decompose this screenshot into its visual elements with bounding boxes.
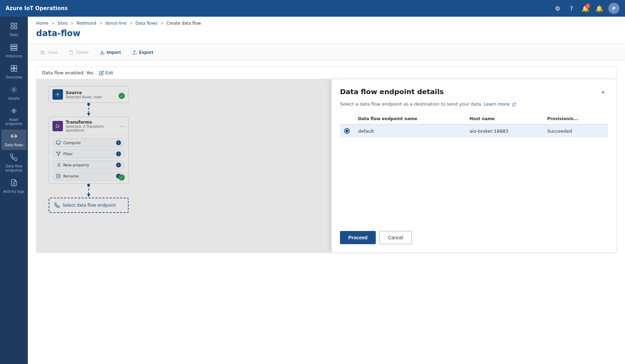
instances-icon <box>10 43 18 53</box>
activity-logs-icon <box>10 179 18 188</box>
proceed-button[interactable]: Proceed <box>340 231 376 244</box>
export-label: Export <box>139 50 153 55</box>
import-label: Import <box>107 50 121 55</box>
sidebar-label-overview: Overview <box>6 75 22 80</box>
svg-rect-4 <box>11 44 17 46</box>
notification-badge: 1 <box>585 3 590 8</box>
breadcrumb-donut-line[interactable]: donut-line <box>105 21 127 26</box>
svg-rect-5 <box>11 47 17 48</box>
breadcrumb-current: Create data flow <box>167 21 201 26</box>
notifications-icon[interactable]: 🔔 1 <box>579 2 592 15</box>
breadcrumb-sites[interactable]: Sites <box>57 21 67 26</box>
modal-desc-text: Select a data flow endpoint as a destina… <box>340 101 482 107</box>
help-icon[interactable]: ? <box>565 2 578 15</box>
sidebar-item-activity-logs[interactable]: Activity logs <box>1 176 26 197</box>
svg-rect-2 <box>15 27 17 29</box>
svg-rect-7 <box>11 66 14 68</box>
page-title: data-flow <box>28 27 625 44</box>
sidebar-item-overview[interactable]: Overview <box>1 62 26 82</box>
sidebar-label-asset-endpoints: Asset endpoints <box>3 118 25 126</box>
sidebar-label-instances: Instances <box>6 54 22 58</box>
save-button[interactable]: Save <box>36 48 62 57</box>
modal-close-button[interactable]: × <box>598 88 608 97</box>
svg-rect-10 <box>14 69 17 71</box>
sidebar-item-instances[interactable]: Instances <box>1 41 26 61</box>
sidebar-label-sites: Sites <box>10 33 18 37</box>
col-name: Data flow endpoint name <box>354 114 465 124</box>
settings-icon[interactable]: ⚙ <box>551 2 564 15</box>
sidebar-item-asset-endpoints[interactable]: Asset endpoints <box>1 104 26 129</box>
svg-rect-0 <box>11 23 13 25</box>
breadcrumb: Home > Sites > Redmond > donut-line > Da… <box>28 17 625 27</box>
breadcrumb-home[interactable]: Home <box>36 21 48 26</box>
topnav-icons: ⚙ ? 🔔 1 🔔 P <box>551 2 619 15</box>
user-avatar[interactable]: P <box>608 3 619 14</box>
flow-canvas: Source Selected Asset: oven ⋯ ✓ ▼ <box>36 79 617 253</box>
edit-label: Edit <box>105 70 113 75</box>
sidebar-item-data-flows[interactable]: Data flows <box>1 130 26 150</box>
endpoint-host-cell: aio-broker:18883 <box>465 124 543 138</box>
flow-enabled-bar: Data flow enabled: Yes Edit <box>36 66 617 79</box>
delete-label: Delete <box>76 50 89 55</box>
sidebar-label-activity-logs: Activity logs <box>3 190 24 194</box>
learn-more-link[interactable]: Learn more <box>484 101 516 107</box>
sidebar-item-data-flow-endpoints[interactable]: Data flow endpoints <box>1 151 26 175</box>
modal-panel: Data flow endpoint details × Select a da… <box>331 79 616 253</box>
data-flows-icon <box>10 132 18 142</box>
endpoint-name-cell: default <box>354 124 465 138</box>
app-title: Azure IoT Operations <box>6 5 551 11</box>
overview-icon <box>10 65 18 74</box>
export-button[interactable]: Export <box>128 48 157 57</box>
radio-button[interactable] <box>344 128 350 134</box>
alerts-icon[interactable]: 🔔 <box>593 2 606 15</box>
cancel-button[interactable]: Cancel <box>379 231 412 244</box>
top-navigation: Azure IoT Operations ⚙ ? 🔔 1 🔔 P <box>0 0 625 17</box>
svg-rect-6 <box>11 49 17 51</box>
sidebar-label-data-flows: Data flows <box>5 143 23 147</box>
content-area: Home > Sites > Redmond > donut-line > Da… <box>28 17 625 364</box>
sidebar-label-assets: Assets <box>8 97 20 101</box>
table-row[interactable]: default aio-broker:18883 Succeeded <box>340 124 608 138</box>
svg-rect-8 <box>14 66 17 68</box>
svg-point-11 <box>13 89 15 91</box>
svg-line-35 <box>514 103 516 105</box>
sites-icon <box>10 22 18 32</box>
svg-rect-1 <box>15 23 17 25</box>
flow-enabled-text: Data flow enabled: Yes <box>42 70 94 75</box>
asset-endpoints-icon <box>10 107 18 116</box>
data-flow-endpoints-icon <box>10 154 18 163</box>
svg-rect-9 <box>11 69 14 71</box>
col-provision: Provisionin... <box>543 114 608 124</box>
edit-button[interactable]: Edit <box>99 70 113 75</box>
sidebar-item-sites[interactable]: Sites <box>1 19 26 40</box>
modal-header: Data flow endpoint details × <box>340 88 608 97</box>
sidebar: Sites Instances Overview <box>0 17 28 364</box>
main-layout: Sites Instances Overview <box>0 17 625 364</box>
modal-title: Data flow endpoint details <box>340 88 444 96</box>
sidebar-label-data-flow-endpoints: Data flow endpoints <box>3 164 25 173</box>
radio-inner <box>346 130 348 132</box>
toolbar: Save Delete Import <box>28 44 625 61</box>
endpoint-status-cell: Succeeded <box>543 124 608 138</box>
svg-point-12 <box>13 110 15 112</box>
sidebar-item-assets[interactable]: Assets <box>1 83 26 104</box>
save-label: Save <box>47 50 58 55</box>
modal-description: Select a data flow endpoint as a destina… <box>340 101 608 107</box>
row-radio-cell <box>340 124 354 138</box>
breadcrumb-data-flows[interactable]: Data flows <box>136 21 157 26</box>
delete-button[interactable]: Delete <box>65 48 93 57</box>
breadcrumb-redmond[interactable]: Redmond <box>76 21 96 26</box>
endpoint-table: Data flow endpoint name Host name Provis… <box>340 114 608 138</box>
modal-footer: Proceed Cancel <box>340 224 608 244</box>
import-button[interactable]: Import <box>96 48 125 57</box>
col-host: Host name <box>465 114 543 124</box>
svg-rect-3 <box>11 27 13 29</box>
assets-icon <box>10 86 18 95</box>
col-radio <box>340 114 354 124</box>
modal-overlay: Data flow endpoint details × Select a da… <box>36 79 616 253</box>
flow-area: Data flow enabled: Yes Edit <box>28 61 625 364</box>
